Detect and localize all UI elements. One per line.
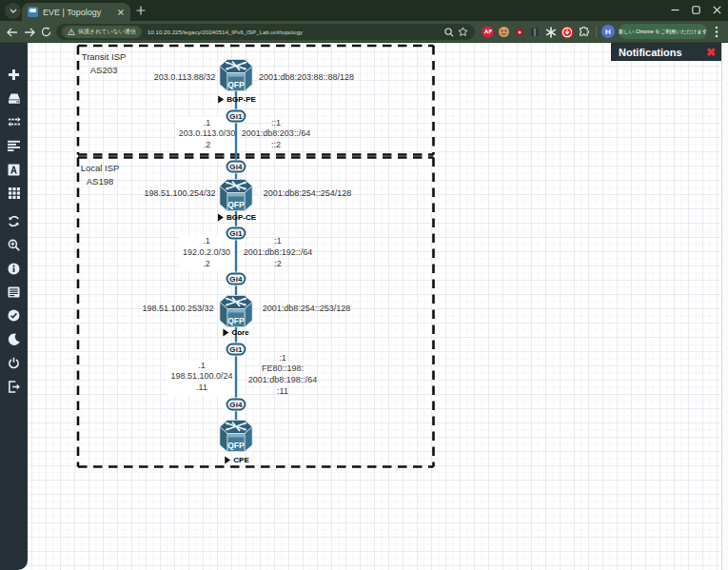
- sidebar-configured-button[interactable]: [0, 305, 28, 324]
- region-label-local-isp[interactable]: Local ISP AS198: [81, 162, 120, 187]
- node-name-text: Core: [231, 328, 248, 337]
- zoom-page-button[interactable]: [443, 26, 456, 39]
- sidebar-connections-button[interactable]: [0, 112, 28, 131]
- nodes-layer: QFP: [28, 43, 721, 570]
- extension-red-dot[interactable]: [512, 25, 526, 39]
- router-icon-core[interactable]: [220, 296, 252, 327]
- arrow-left-icon: [7, 28, 18, 37]
- bookmark-star-button[interactable]: [456, 26, 469, 39]
- arrow-right-icon: [24, 28, 35, 37]
- extension-snowflake[interactable]: [543, 25, 558, 39]
- transfer-arrows-icon: [8, 116, 21, 128]
- info-icon: [8, 263, 20, 275]
- lines-icon: [8, 140, 20, 151]
- topology-canvas: QFP Transit ISP AS203 Local ISP AS198 20…: [28, 43, 721, 570]
- extension-reader[interactable]: [527, 25, 541, 39]
- notifications-title: Notifications: [619, 47, 706, 58]
- node-name-text: CPE: [233, 456, 248, 464]
- reload-button[interactable]: [38, 24, 54, 40]
- node-ipv4-label-bgp-pe[interactable]: 203.0.113.88/32: [154, 72, 215, 82]
- node-ipv4-label-core[interactable]: 198.51.100.253/32: [142, 304, 213, 313]
- sidebar-nodes-button[interactable]: [0, 88, 28, 108]
- newspaper-icon: [8, 286, 20, 298]
- new-tab-button[interactable]: [133, 4, 148, 19]
- sidebar-text-button[interactable]: [0, 160, 28, 179]
- security-chip[interactable]: 保護されていない通信: [62, 26, 142, 38]
- node-name-text: BGP-CE: [226, 213, 256, 222]
- red-dot-icon: [515, 28, 524, 37]
- extension-adblock[interactable]: [481, 25, 495, 39]
- warning-icon: [68, 29, 75, 35]
- node-ipv6-label-bgp-ce[interactable]: 2001:db8:254::254/128: [264, 188, 352, 198]
- check-circle-icon: [8, 309, 20, 322]
- extensions-menu-button[interactable]: [577, 25, 591, 39]
- router-icon-bgp-ce[interactable]: [220, 180, 252, 211]
- node-label-bgp-ce[interactable]: BGP-CE: [218, 213, 256, 222]
- tab-search-button[interactable]: [5, 3, 21, 19]
- adblock-abp-icon: [482, 26, 494, 38]
- notifications-close-button[interactable]: ✖: [706, 46, 716, 59]
- running-icon: [218, 95, 224, 103]
- sidebar-dark-mode-button[interactable]: [0, 329, 28, 348]
- sidebar-add-object-button[interactable]: [0, 65, 28, 84]
- window-close-button[interactable]: [705, 0, 728, 19]
- router-icon-cpe[interactable]: [220, 421, 252, 452]
- node-ipv6-label-bgp-pe[interactable]: 2001:db8:203:88::88/128: [259, 72, 354, 82]
- letter-a-icon: [8, 164, 20, 176]
- extension-downloader[interactable]: [560, 25, 574, 39]
- plus-icon: [136, 6, 146, 15]
- tab-eve-topology[interactable]: EVE | Topology: [22, 3, 130, 21]
- tab-strip: EVE | Topology: [0, 0, 728, 21]
- puzzle-icon: [579, 27, 590, 38]
- reload-icon: [41, 27, 51, 37]
- node-label-cpe[interactable]: CPE: [225, 456, 248, 464]
- extension-face[interactable]: [497, 25, 511, 39]
- region-label-line: Transit ISP: [82, 50, 127, 64]
- address-bar[interactable]: 保護されていない通信 10.10.20.225/legacy/20240514_…: [56, 24, 475, 40]
- minimize-icon: [671, 6, 679, 14]
- vertical-scrollbar[interactable]: [721, 43, 728, 570]
- node-ipv4-label-bgp-ce[interactable]: 198.51.100.254/32: [144, 188, 215, 198]
- window-minimize-button[interactable]: [663, 0, 686, 19]
- browser-menu-button[interactable]: [709, 24, 724, 40]
- tab-close-icon[interactable]: [117, 9, 125, 16]
- moon-icon: [9, 333, 20, 345]
- window-maximize-button[interactable]: [684, 0, 707, 19]
- router-icon-bgp-pe[interactable]: [220, 60, 252, 91]
- sidebar-status-button[interactable]: [0, 259, 28, 278]
- sidebar-logs-button[interactable]: [0, 283, 28, 302]
- forward-button[interactable]: [21, 24, 37, 40]
- node-label-bgp-pe[interactable]: BGP-PE: [218, 95, 256, 104]
- profile-avatar[interactable]: H: [601, 25, 615, 38]
- node-ipv6-label-core[interactable]: 2001:db8:254::253/128: [263, 304, 351, 313]
- running-icon: [218, 213, 224, 221]
- close-icon: [713, 6, 721, 14]
- sidebar-more-objects-button[interactable]: [0, 184, 28, 203]
- notifications-panel: Notifications ✖: [611, 43, 721, 61]
- sidebar-logout-button[interactable]: [0, 377, 28, 396]
- server-icon: [8, 92, 21, 105]
- sidebar-networks-button[interactable]: [0, 136, 28, 155]
- region-label-transit-isp[interactable]: Transit ISP AS203: [82, 50, 127, 76]
- eve-favicon: [28, 7, 38, 17]
- node-name-text: BGP-PE: [226, 95, 256, 104]
- sidebar-zoom-button[interactable]: [0, 235, 28, 254]
- star-icon: [458, 27, 468, 37]
- refresh-icon: [8, 215, 20, 227]
- toolbar-divider: [596, 26, 597, 37]
- browser-window: EVE | Topology 保護されていない通信: [0, 0, 728, 570]
- region-label-line: Local ISP: [81, 162, 120, 175]
- security-chip-label: 保護されていない通信: [78, 28, 136, 36]
- node-label-core[interactable]: Core: [223, 328, 248, 337]
- maximize-icon: [692, 6, 700, 14]
- region-label-line: AS203: [82, 63, 127, 76]
- back-button[interactable]: [4, 24, 20, 40]
- chrome-update-button[interactable]: 新しい Chrome をご利用いただけます: [619, 24, 707, 39]
- sidebar-refresh-button[interactable]: [0, 211, 28, 230]
- snowflake-icon: [545, 27, 557, 38]
- eve-sidebar: [0, 43, 28, 570]
- running-icon: [225, 456, 230, 463]
- book-icon: [529, 27, 541, 38]
- kebab-icon: [715, 26, 718, 38]
- sidebar-power-button[interactable]: [0, 353, 28, 372]
